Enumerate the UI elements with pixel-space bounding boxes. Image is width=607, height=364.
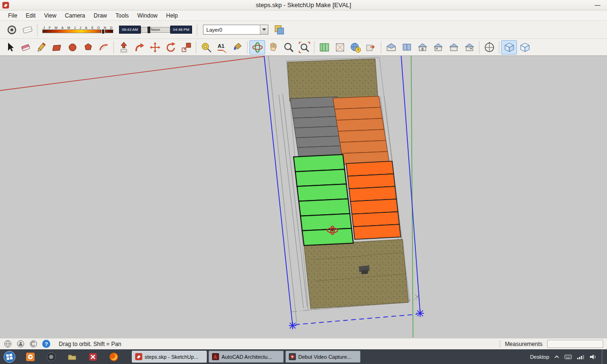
- geolocation-icon[interactable]: [4, 340, 12, 348]
- menu-edit[interactable]: Edit: [21, 11, 40, 20]
- perspective-view-button[interactable]: [501, 40, 517, 55]
- viewport: [0, 56, 607, 338]
- firefox-button[interactable]: [106, 350, 122, 363]
- show-desktop-strip[interactable]: [601, 349, 603, 364]
- pushpull-tool-button[interactable]: [116, 40, 131, 55]
- orbit-tool-button[interactable]: [249, 40, 265, 55]
- paint-bucket-button[interactable]: [230, 40, 245, 55]
- back-edges-icon: [334, 41, 346, 54]
- layer-dropdown[interactable]: Layer0: [203, 25, 268, 35]
- layer-dropdown-arrow-button[interactable]: [260, 25, 268, 34]
- taskbar-app-debut[interactable]: Debut Video Capture...: [285, 351, 360, 363]
- make-component-button[interactable]: [4, 23, 19, 37]
- svg-text:A1: A1: [218, 43, 224, 49]
- back-view-button[interactable]: [446, 40, 461, 55]
- toolbar-separator: [381, 41, 381, 54]
- orange-steps-lower-step: [353, 224, 401, 239]
- touch-keyboard-icon[interactable]: [564, 354, 572, 360]
- sketchup-app-icon: [135, 353, 142, 360]
- pan-hand-icon: [267, 41, 279, 54]
- zoom-extents-icon: [298, 41, 311, 54]
- section-plane-button[interactable]: [316, 40, 332, 55]
- selection-marker: [289, 322, 296, 329]
- iso-view-button[interactable]: [383, 40, 399, 55]
- front-view-button[interactable]: [414, 40, 430, 55]
- license-icon[interactable]: [29, 340, 37, 348]
- previous-view-icon: [483, 41, 496, 54]
- tape-measure-button[interactable]: [198, 40, 214, 55]
- date-slider-track[interactable]: [42, 29, 113, 33]
- taskbar-app-sketchup[interactable]: steps.skp - SketchUp...: [132, 351, 207, 363]
- help-icon[interactable]: ?: [42, 340, 50, 348]
- layer-manager-icon: [273, 24, 285, 36]
- menu-draw[interactable]: Draw: [90, 11, 111, 20]
- paint-bucket-icon: [231, 41, 244, 54]
- taskbar: steps.skp - SketchUp... A AutoCAD Archit…: [0, 349, 607, 364]
- volume-icon[interactable]: [589, 354, 597, 360]
- shadow-date-slider[interactable]: JF MA MJ JA SO ND: [42, 26, 113, 33]
- files-button[interactable]: [64, 350, 80, 363]
- followme-icon: [133, 41, 146, 54]
- circle-tool-button[interactable]: [64, 40, 80, 55]
- date-slider-handle[interactable]: [101, 29, 105, 34]
- menu-window[interactable]: Window: [133, 11, 162, 20]
- credit-icon[interactable]: [17, 340, 25, 348]
- start-button[interactable]: [3, 350, 16, 364]
- status-hint: Drag to orbit. Shift = Pan: [59, 341, 121, 347]
- browser-button[interactable]: [43, 350, 59, 363]
- green-steps-step: [295, 169, 347, 186]
- app-window: steps.skp - SketchUp Make [EVAL] — File …: [0, 0, 607, 364]
- zoom-tool-button[interactable]: [281, 40, 296, 55]
- back-edges-button[interactable]: [332, 40, 348, 55]
- time-slider-handle[interactable]: [147, 27, 150, 33]
- export-button[interactable]: [363, 40, 379, 55]
- rotate-tool-button[interactable]: [163, 40, 178, 55]
- measurements-label: Measurements: [505, 341, 543, 347]
- measurements-input[interactable]: [547, 340, 603, 348]
- move-tool-button[interactable]: [147, 40, 163, 55]
- select-tool-button[interactable]: [2, 40, 18, 55]
- arc-tool-button[interactable]: [96, 40, 111, 55]
- right-view-icon: [432, 41, 444, 54]
- viewport-canvas[interactable]: [0, 56, 607, 338]
- svg-text:A: A: [213, 355, 217, 360]
- orange-steps-upper-step: [333, 96, 381, 109]
- toolbar-separator: [113, 41, 114, 54]
- parallel-projection-button[interactable]: [517, 40, 533, 55]
- menu-camera[interactable]: Camera: [61, 11, 90, 20]
- minimize-button[interactable]: —: [595, 2, 600, 9]
- layer-manager-button[interactable]: [271, 23, 287, 37]
- line-tool-button[interactable]: [33, 40, 49, 55]
- previous-view-button[interactable]: [481, 40, 497, 55]
- menu-tools[interactable]: Tools: [111, 11, 133, 20]
- polygon-tool-button[interactable]: [80, 40, 96, 55]
- eraser-tool-button[interactable]: [18, 40, 33, 55]
- network-icon[interactable]: [577, 354, 584, 360]
- rectangle-tool-button[interactable]: [49, 40, 64, 55]
- top-view-button[interactable]: [399, 40, 414, 55]
- media-player-button[interactable]: [22, 350, 38, 363]
- time-slider-track[interactable]: Noon: [141, 27, 170, 33]
- tray-chevron-icon[interactable]: [554, 354, 560, 360]
- orange-steps-upper-step: [335, 107, 383, 120]
- zoom-extents-button[interactable]: [296, 40, 312, 55]
- menu-file[interactable]: File: [4, 11, 21, 20]
- move-icon: [149, 41, 161, 54]
- menu-help[interactable]: Help: [162, 11, 182, 20]
- text-tool-button[interactable]: A1: [214, 40, 230, 55]
- eraser-top-button[interactable]: [19, 23, 35, 37]
- taskbar-app-autocad[interactable]: A AutoCAD Architectu...: [209, 351, 284, 363]
- orbit-icon: [251, 41, 264, 54]
- scale-tool-button[interactable]: [178, 40, 194, 55]
- time-noon-label: Noon: [151, 27, 160, 32]
- pan-tool-button[interactable]: [265, 40, 281, 55]
- title-bar: steps.skp - SketchUp Make [EVAL] —: [0, 0, 607, 10]
- desktop-label[interactable]: Desktop: [530, 354, 549, 360]
- terrain-top: [287, 59, 378, 101]
- menu-view[interactable]: View: [40, 11, 61, 20]
- utility-button[interactable]: [85, 350, 101, 363]
- left-view-button[interactable]: [461, 40, 477, 55]
- followme-tool-button[interactable]: [131, 40, 147, 55]
- right-view-button[interactable]: [430, 40, 446, 55]
- shadows-toggle-button[interactable]: [348, 40, 363, 55]
